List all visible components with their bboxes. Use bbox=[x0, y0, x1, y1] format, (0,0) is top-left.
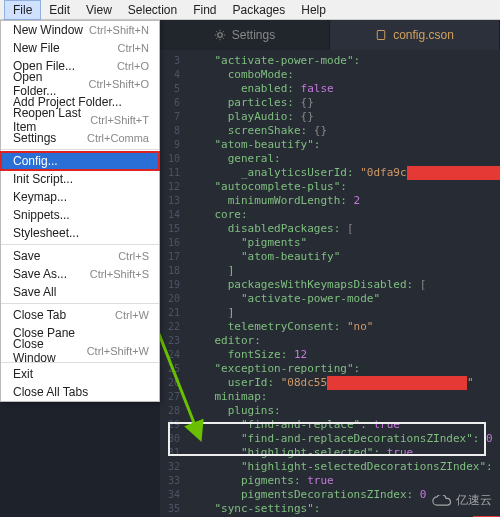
menu-item-save[interactable]: SaveCtrl+S bbox=[1, 247, 159, 265]
cloud-icon bbox=[432, 495, 452, 507]
code-line[interactable]: "pigments" bbox=[188, 236, 500, 250]
menu-item-init-script[interactable]: Init Script... bbox=[1, 170, 159, 188]
menu-item-new-file[interactable]: New FileCtrl+N bbox=[1, 39, 159, 57]
menu-item-open-folder[interactable]: Open Folder...Ctrl+Shift+O bbox=[1, 75, 159, 93]
tab-bar: Settingsconfig.cson bbox=[160, 20, 500, 50]
menu-separator bbox=[1, 244, 159, 245]
code-line[interactable]: "atom-beautify" bbox=[188, 250, 500, 264]
menu-item-keymap[interactable]: Keymap... bbox=[1, 188, 159, 206]
menu-item-close-window[interactable]: Close WindowCtrl+Shift+W bbox=[1, 342, 159, 360]
code-line[interactable]: packagesWithKeymapsDisabled: [ bbox=[188, 278, 500, 292]
menubar-item-edit[interactable]: Edit bbox=[41, 1, 78, 19]
watermark: 亿速云 bbox=[432, 492, 492, 509]
svg-rect-1 bbox=[377, 31, 385, 40]
menubar: FileEditViewSelectionFindPackagesHelp bbox=[0, 0, 500, 20]
menu-item-label: Config... bbox=[13, 154, 58, 168]
code-line[interactable]: particles: {} bbox=[188, 96, 500, 110]
menu-item-label: Save bbox=[13, 249, 40, 263]
menu-item-close-all-tabs[interactable]: Close All Tabs bbox=[1, 383, 159, 401]
menubar-item-selection[interactable]: Selection bbox=[120, 1, 185, 19]
menu-item-stylesheet[interactable]: Stylesheet... bbox=[1, 224, 159, 242]
menu-separator bbox=[1, 303, 159, 304]
menu-item-label: Close All Tabs bbox=[13, 385, 88, 399]
tab-config-cson[interactable]: config.cson bbox=[330, 20, 500, 50]
menu-item-shortcut: Ctrl+W bbox=[115, 309, 149, 321]
menu-item-label: Stylesheet... bbox=[13, 226, 79, 240]
code-line[interactable]: minimap: bbox=[188, 390, 500, 404]
code-line[interactable]: disabledPackages: [ bbox=[188, 222, 500, 236]
code-line[interactable]: plugins: bbox=[188, 404, 500, 418]
menu-item-label: Snippets... bbox=[13, 208, 70, 222]
menu-item-label: Close Tab bbox=[13, 308, 66, 322]
menu-item-config[interactable]: Config... bbox=[1, 152, 159, 170]
code-line[interactable]: "activate-power-mode" bbox=[188, 292, 500, 306]
menu-item-close-tab[interactable]: Close TabCtrl+W bbox=[1, 306, 159, 324]
menubar-item-file[interactable]: File bbox=[4, 0, 41, 20]
menu-item-shortcut: Ctrl+Comma bbox=[87, 132, 149, 144]
code-line[interactable]: general: bbox=[188, 152, 500, 166]
menu-item-label: New Window bbox=[13, 23, 83, 37]
code-line[interactable]: userId: "08dc55x" bbox=[188, 376, 500, 390]
menu-item-new-window[interactable]: New WindowCtrl+Shift+N bbox=[1, 21, 159, 39]
code-line[interactable]: ] bbox=[188, 306, 500, 320]
redacted-value: x bbox=[407, 166, 500, 180]
menubar-item-find[interactable]: Find bbox=[185, 1, 224, 19]
menu-item-shortcut: Ctrl+Shift+O bbox=[88, 78, 149, 90]
code-line[interactable]: enabled: false bbox=[188, 82, 500, 96]
code-line[interactable]: _analyticsUserId: "0dfa9cx" bbox=[188, 166, 500, 180]
code-line[interactable]: "exception-reporting": bbox=[188, 362, 500, 376]
menu-item-label: Close Window bbox=[13, 337, 87, 365]
code-line[interactable]: "highlight-selectedDecorationsZIndex": 0 bbox=[188, 460, 500, 474]
code-line[interactable]: comboMode: bbox=[188, 68, 500, 82]
menu-item-shortcut: Ctrl+Shift+T bbox=[90, 114, 149, 126]
menu-item-label: New File bbox=[13, 41, 60, 55]
menu-item-label: Settings bbox=[13, 131, 56, 145]
menubar-item-view[interactable]: View bbox=[78, 1, 120, 19]
annotation-highlight-box bbox=[168, 422, 486, 456]
file-icon bbox=[375, 29, 387, 41]
menu-item-exit[interactable]: Exit bbox=[1, 365, 159, 383]
menu-item-snippets[interactable]: Snippets... bbox=[1, 206, 159, 224]
menu-item-shortcut: Ctrl+S bbox=[118, 250, 149, 262]
code-line[interactable]: "atom-beautify": bbox=[188, 138, 500, 152]
gear-icon bbox=[214, 29, 226, 41]
menubar-item-packages[interactable]: Packages bbox=[225, 1, 294, 19]
code-line[interactable]: screenShake: {} bbox=[188, 124, 500, 138]
menu-item-shortcut: Ctrl+O bbox=[117, 60, 149, 72]
code-line[interactable]: telemetryConsent: "no" bbox=[188, 320, 500, 334]
code-line[interactable]: minimumWordLength: 2 bbox=[188, 194, 500, 208]
menu-item-label: Open Folder... bbox=[13, 70, 88, 98]
menubar-item-help[interactable]: Help bbox=[293, 1, 334, 19]
watermark-text: 亿速云 bbox=[456, 492, 492, 509]
menu-separator bbox=[1, 149, 159, 150]
menu-item-shortcut: Ctrl+Shift+W bbox=[87, 345, 149, 357]
menu-item-label: Init Script... bbox=[13, 172, 73, 186]
menu-item-label: Reopen Last Item bbox=[13, 106, 90, 134]
code-line[interactable]: ] bbox=[188, 264, 500, 278]
code-line[interactable]: editor: bbox=[188, 334, 500, 348]
code-line[interactable]: pigments: true bbox=[188, 474, 500, 488]
tab-label: config.cson bbox=[393, 28, 454, 42]
code-line[interactable]: "autocomplete-plus": bbox=[188, 180, 500, 194]
menu-item-label: Exit bbox=[13, 367, 33, 381]
tab-label: Settings bbox=[232, 28, 275, 42]
svg-point-0 bbox=[218, 33, 223, 38]
redacted-value: x bbox=[327, 376, 467, 390]
code-line[interactable]: core: bbox=[188, 208, 500, 222]
code-line[interactable]: playAudio: {} bbox=[188, 110, 500, 124]
menu-item-shortcut: Ctrl+N bbox=[118, 42, 149, 54]
menu-item-shortcut: Ctrl+Shift+S bbox=[90, 268, 149, 280]
menu-item-save-as[interactable]: Save As...Ctrl+Shift+S bbox=[1, 265, 159, 283]
code-line[interactable]: "activate-power-mode": bbox=[188, 54, 500, 68]
menu-item-label: Save As... bbox=[13, 267, 67, 281]
code-line[interactable]: fontSize: 12 bbox=[188, 348, 500, 362]
menu-item-reopen-last-item[interactable]: Reopen Last ItemCtrl+Shift+T bbox=[1, 111, 159, 129]
menu-item-label: Keymap... bbox=[13, 190, 67, 204]
menu-item-shortcut: Ctrl+Shift+N bbox=[89, 24, 149, 36]
menu-item-label: Save All bbox=[13, 285, 56, 299]
tab-settings[interactable]: Settings bbox=[160, 20, 330, 50]
menu-item-save-all[interactable]: Save All bbox=[1, 283, 159, 301]
file-menu-dropdown: New WindowCtrl+Shift+NNew FileCtrl+NOpen… bbox=[0, 20, 160, 402]
